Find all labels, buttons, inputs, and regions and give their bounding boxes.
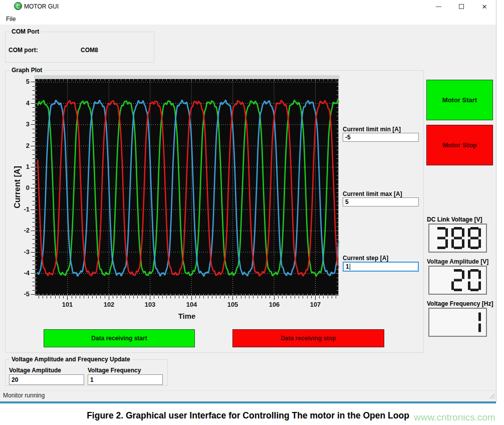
minimize-icon (436, 7, 441, 7)
current-limit-min-value: -5 (345, 134, 351, 141)
voltage-update-legend: Voltage Amplitude and Frequency Update (10, 356, 132, 363)
current-step-value: 1 (346, 263, 349, 270)
current-limit-max-label: Current limit max [A] (343, 190, 402, 197)
data-receiving-stop-button[interactable]: Data receiving stop (232, 329, 384, 347)
com-port-legend: COM Port (10, 28, 41, 35)
close-icon: ✕ (482, 3, 487, 11)
status-bar: Monitor running (0, 390, 496, 399)
voltage-update-group: Voltage Amplitude and Frequency Update V… (5, 359, 168, 386)
waveform-plot (7, 75, 346, 324)
resize-grip-icon[interactable] (488, 392, 494, 398)
window-bottom-edge (0, 401, 496, 403)
current-limit-max-value: 5 (345, 198, 349, 205)
menu-bar: File (0, 13, 496, 25)
status-text: Monitor running (3, 392, 45, 399)
caption-area: www.cntronics.com Figure 2. Graphical us… (0, 408, 496, 425)
current-limit-min-label: Current limit min [A] (343, 126, 401, 133)
graph-plot-legend: Graph Plot (10, 67, 44, 74)
dc-link-voltage-label: DC Link Voltage [V] (427, 216, 482, 223)
seven-segment-digit (468, 227, 481, 249)
maximize-icon (459, 4, 464, 9)
current-step-input[interactable]: 1 (343, 262, 419, 272)
seven-segment-digit (468, 269, 481, 291)
motor-stop-button[interactable]: Motor Stop (426, 125, 493, 165)
seven-segment-digit (451, 227, 464, 249)
com-port-value: COM8 (81, 47, 98, 54)
maximize-button[interactable] (450, 0, 473, 13)
motor-start-button[interactable]: Motor Start (426, 80, 493, 120)
window-title: MOTOR GUI (24, 3, 59, 10)
seven-segment-digit (435, 227, 448, 249)
current-step-label: Current step [A] (343, 255, 388, 262)
current-limit-max-input[interactable]: 5 (343, 197, 419, 206)
voltage-frequency-value: 1 (90, 376, 94, 383)
current-limit-min-input[interactable]: -5 (343, 133, 419, 142)
voltage-amplitude-display (428, 266, 487, 295)
voltage-frequency-input[interactable]: 1 (88, 374, 163, 385)
figure-caption: Figure 2. Graphical user Interface for C… (0, 410, 496, 421)
com-port-group: COM Port COM port: COM8 (5, 32, 154, 63)
text-cursor (350, 264, 350, 270)
com-port-label: COM port: (9, 47, 38, 54)
app-window: MOTOR GUI ✕ File COM Port COM port: COM8… (0, 0, 496, 401)
voltage-amplitude-input[interactable]: 20 (9, 374, 84, 385)
seven-segment-digit (451, 269, 464, 291)
close-button[interactable]: ✕ (473, 0, 496, 13)
data-receiving-start-button[interactable]: Data receiving start (44, 329, 195, 347)
dc-link-voltage-display (428, 224, 487, 253)
menu-file[interactable]: File (4, 15, 18, 23)
seven-segment-digit (468, 311, 481, 333)
minimize-button[interactable] (427, 0, 450, 13)
app-icon (14, 2, 22, 10)
title-bar: MOTOR GUI ✕ (0, 0, 496, 13)
voltage-frequency-field-label: Voltage Frequency (88, 367, 141, 374)
voltage-frequency-display (428, 308, 487, 337)
voltage-amplitude-value: 20 (12, 376, 18, 383)
voltage-amplitude-display-label: Voltage Amplitude [V] (427, 258, 488, 265)
voltage-amplitude-field-label: Voltage Amplitude (9, 367, 61, 374)
voltage-frequency-display-label: Voltage Frequency [Hz] (427, 300, 493, 307)
